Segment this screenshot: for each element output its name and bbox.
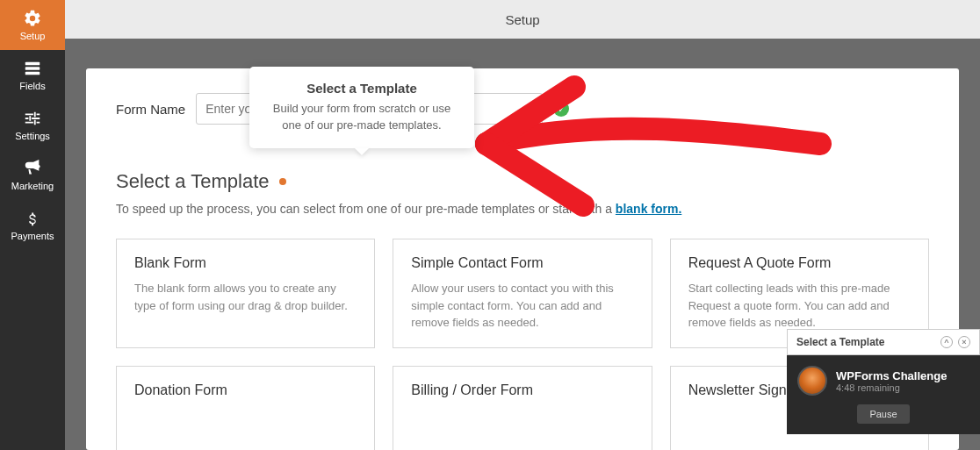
sliders-icon xyxy=(23,109,42,128)
challenge-remaining: 4:48 remaining xyxy=(836,382,947,393)
section-description: To speed up the process, you can select … xyxy=(116,202,929,216)
challenge-title: WPForms Challenge xyxy=(836,369,947,382)
template-desc: Allow your users to contact you with thi… xyxy=(411,280,633,332)
sidebar-item-label: Setup xyxy=(20,31,46,41)
tooltip-title: Select a Template xyxy=(265,81,458,96)
page-title: Setup xyxy=(505,12,539,27)
section-title: Select a Template xyxy=(116,170,269,193)
template-title: Request A Quote Form xyxy=(688,255,911,271)
sidebar-item-setup[interactable]: Setup xyxy=(0,0,65,50)
svg-rect-1 xyxy=(25,67,40,70)
pause-button[interactable]: Pause xyxy=(857,404,909,424)
template-desc: The blank form allows you to create any … xyxy=(134,280,357,314)
sidebar-item-label: Marketing xyxy=(11,181,54,191)
template-title: Billing / Order Form xyxy=(411,382,633,398)
challenge-tooltip: Select a Template Build your form from s… xyxy=(249,67,474,148)
template-title: Simple Contact Form xyxy=(411,255,633,271)
challenge-close-icon[interactable]: × xyxy=(958,336,970,348)
sidebar-item-label: Payments xyxy=(11,231,54,241)
svg-rect-2 xyxy=(25,72,40,75)
gear-icon xyxy=(23,9,42,28)
sidebar-item-fields[interactable]: Fields xyxy=(0,50,65,100)
challenge-header-title: Select a Template xyxy=(796,336,885,348)
topbar: Setup xyxy=(65,0,980,39)
dollar-icon xyxy=(23,209,42,228)
sidebar-item-label: Settings xyxy=(15,131,50,141)
template-title: Donation Form xyxy=(134,382,357,398)
template-desc: Start collecting leads with this pre-mad… xyxy=(688,280,911,332)
sidebar-item-settings[interactable]: Settings xyxy=(0,100,65,150)
sidebar-item-label: Fields xyxy=(19,81,45,91)
challenge-widget: Select a Template ^ × WPForms Challenge … xyxy=(787,329,980,434)
blank-form-link[interactable]: blank form. xyxy=(616,202,681,216)
bullhorn-icon xyxy=(23,159,42,178)
template-card-simple-contact[interactable]: Simple Contact Form Allow your users to … xyxy=(393,239,652,348)
svg-rect-0 xyxy=(25,62,40,66)
tooltip-description: Build your form from scratch or use one … xyxy=(265,101,458,134)
challenge-marker-dot xyxy=(279,178,286,185)
mascot-avatar xyxy=(797,366,827,396)
sidebar-item-marketing[interactable]: Marketing xyxy=(0,150,65,200)
challenge-minimize-icon[interactable]: ^ xyxy=(940,336,953,348)
form-name-label: Form Name xyxy=(116,102,185,117)
sidebar-item-payments[interactable]: Payments xyxy=(0,200,65,250)
template-card-donation[interactable]: Donation Form xyxy=(116,366,375,451)
template-title: Blank Form xyxy=(134,255,357,271)
success-check-icon: ✓ xyxy=(553,101,569,117)
fields-icon xyxy=(23,59,42,78)
builder-sidebar: Setup Fields Settings Marketing Payments xyxy=(0,0,65,450)
template-card-billing[interactable]: Billing / Order Form xyxy=(393,366,652,451)
template-card-blank-form[interactable]: Blank Form The blank form allows you to … xyxy=(116,239,375,348)
challenge-header: Select a Template ^ × xyxy=(787,329,980,355)
